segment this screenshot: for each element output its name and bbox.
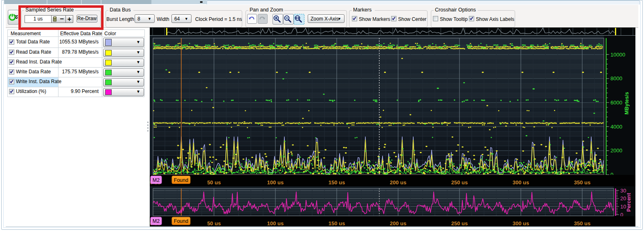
svg-text:200 us: 200 us <box>390 179 406 186</box>
svg-text:30: 30 <box>620 188 626 194</box>
svg-text:8000: 8000 <box>610 75 622 82</box>
svg-text:200 us: 200 us <box>390 220 406 226</box>
svg-text:350 us: 350 us <box>574 179 590 186</box>
svg-text:M2: M2 <box>153 218 160 224</box>
svg-text:250 us: 250 us <box>451 179 468 186</box>
svg-text:100 us: 100 us <box>267 220 284 226</box>
svg-text:150 us: 150 us <box>329 220 345 226</box>
svg-text:300 us: 300 us <box>513 220 529 226</box>
svg-text:2000: 2000 <box>610 147 622 154</box>
svg-text:10: 10 <box>620 204 626 210</box>
svg-text:MBytes/s: MBytes/s <box>624 92 630 115</box>
svg-text:M2: M2 <box>153 177 160 183</box>
svg-text:300 us: 300 us <box>513 179 529 186</box>
svg-text:6000: 6000 <box>610 100 622 106</box>
svg-text:10000: 10000 <box>610 52 625 58</box>
svg-text:350 us: 350 us <box>574 220 590 226</box>
svg-text:Percent: Percent <box>626 192 632 212</box>
svg-text:100 us: 100 us <box>267 179 284 186</box>
svg-text:50 us: 50 us <box>207 220 221 226</box>
svg-text:50 us: 50 us <box>207 179 221 186</box>
svg-text:4000: 4000 <box>610 124 622 130</box>
svg-text:Found: Found <box>174 218 188 224</box>
svg-text:150 us: 150 us <box>329 179 345 186</box>
svg-text:250 us: 250 us <box>451 220 468 226</box>
svg-text:20: 20 <box>620 195 626 202</box>
svg-text:Found: Found <box>174 177 188 183</box>
